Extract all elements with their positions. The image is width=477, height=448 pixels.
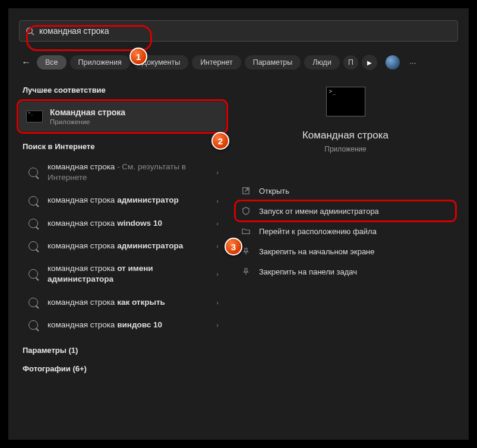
chevron-right-icon: ›: [216, 299, 219, 306]
web-suggestion[interactable]: командная строка виндовс 10›: [19, 314, 226, 336]
web-suggestion[interactable]: командная строка администратор›: [19, 189, 226, 212]
action-folder[interactable]: Перейти к расположению файла: [233, 221, 458, 241]
admin-icon: [241, 206, 251, 216]
web-suggestion[interactable]: командная строка windows 10›: [19, 212, 226, 235]
web-heading: Поиск в Интернете: [23, 142, 226, 151]
search-icon: [29, 196, 38, 206]
best-match-item[interactable]: Командная строка Приложение: [19, 102, 226, 131]
open-icon: [241, 186, 251, 195]
action-label: Запуск от имени администратора: [259, 207, 379, 216]
filter-tab-all[interactable]: Все: [37, 55, 67, 70]
suggestion-text: командная строка как открыть: [48, 297, 214, 308]
preview-subtitle: Приложение: [233, 145, 458, 153]
suggestion-text: командная строка администратор: [48, 195, 214, 206]
user-avatar[interactable]: [386, 55, 400, 70]
filter-row: ← Все Приложения Документы Интернет Пара…: [19, 55, 458, 70]
filter-tab-people[interactable]: Люди: [304, 55, 340, 70]
action-open[interactable]: Открыть: [233, 181, 458, 201]
preview-panel: Командная строка Приложение ОткрытьЗапус…: [233, 82, 458, 373]
suggestion-text: командная строка от имени администратора: [48, 263, 214, 285]
chevron-right-icon: ›: [216, 169, 219, 176]
action-list: ОткрытьЗапуск от имени администратораПер…: [233, 181, 458, 282]
filter-tab-apps[interactable]: Приложения: [70, 55, 130, 70]
preview-title: Командная строка: [233, 130, 458, 141]
cmd-large-icon: [326, 87, 365, 116]
action-label: Перейти к расположению файла: [259, 227, 377, 236]
suggestion-text: командная строка windows 10: [48, 218, 214, 229]
search-icon: [29, 320, 38, 330]
back-arrow-icon[interactable]: ←: [19, 57, 33, 68]
best-match-heading: Лучшее соответствие: [23, 86, 226, 94]
action-label: Закрепить на начальном экране: [259, 247, 375, 256]
more-icon[interactable]: ···: [406, 58, 420, 67]
pin-icon: [241, 247, 251, 256]
filter-tab-web[interactable]: Интернет: [192, 55, 241, 70]
search-input[interactable]: [39, 26, 451, 36]
chevron-right-icon: ›: [216, 220, 219, 227]
suggestion-text: командная строка виндовс 10: [48, 320, 214, 330]
web-suggestion[interactable]: командная строка как открыть›: [19, 291, 226, 314]
suggestion-text: командная строка администратора: [48, 241, 214, 251]
search-icon: [29, 168, 38, 177]
web-suggestion[interactable]: командная строка - См. результаты в Инте…: [19, 156, 226, 189]
action-admin[interactable]: Запуск от имени администратора: [233, 201, 458, 221]
search-bar[interactable]: [19, 20, 458, 42]
cmd-icon: [26, 111, 43, 122]
best-match-title: Командная строка: [50, 108, 125, 117]
category-settings[interactable]: Параметры (1): [23, 346, 226, 355]
web-suggestion[interactable]: командная строка администратора›: [19, 235, 226, 257]
svg-point-0: [27, 27, 32, 33]
play-icon[interactable]: ▶: [362, 55, 377, 70]
filter-tab-more[interactable]: П: [343, 55, 358, 70]
web-suggestion[interactable]: командная строка от имени администратора…: [19, 257, 226, 291]
pin-icon: [241, 267, 251, 276]
action-pin[interactable]: Закрепить на панели задач: [233, 261, 458, 282]
action-label: Закрепить на панели задач: [259, 267, 357, 276]
svg-line-1: [31, 33, 34, 35]
search-icon: [29, 241, 38, 251]
search-icon: [26, 27, 34, 36]
chevron-right-icon: ›: [216, 321, 219, 329]
search-icon: [29, 269, 38, 279]
chevron-right-icon: ›: [216, 242, 219, 250]
suggestion-text: командная строка - См. результаты в Инте…: [48, 162, 214, 183]
results-column: Лучшее соответствие Командная строка При…: [19, 82, 226, 373]
web-suggestions: командная строка - См. результаты в Инте…: [19, 156, 226, 336]
chevron-right-icon: ›: [216, 197, 219, 204]
category-photos[interactable]: Фотографии (6+): [23, 364, 226, 373]
folder-icon: [241, 226, 251, 236]
filter-tab-settings[interactable]: Параметры: [245, 55, 301, 70]
action-label: Открыть: [259, 187, 289, 195]
filter-tab-docs[interactable]: Документы: [134, 55, 188, 70]
best-match-subtitle: Приложение: [50, 118, 125, 125]
search-window: ← Все Приложения Документы Интернет Пара…: [8, 8, 469, 440]
chevron-right-icon: ›: [216, 270, 219, 277]
action-pin[interactable]: Закрепить на начальном экране: [233, 241, 458, 261]
search-icon: [29, 298, 38, 307]
search-icon: [29, 219, 38, 228]
